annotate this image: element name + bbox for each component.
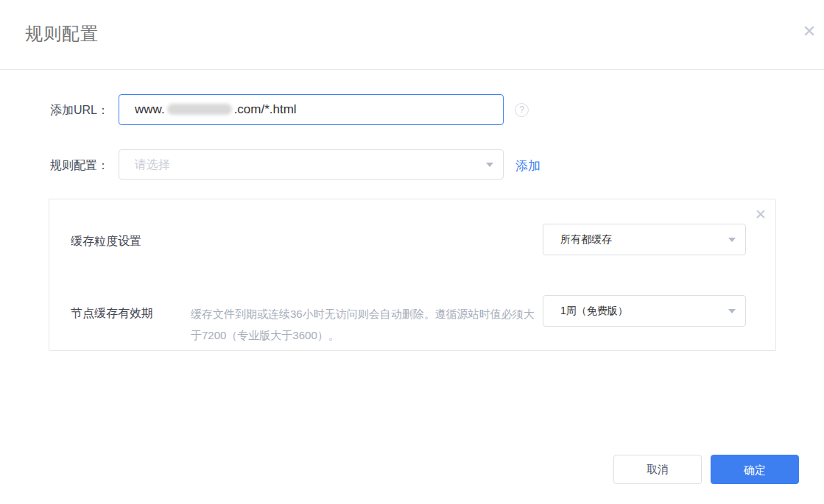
cache-granularity-value: 所有都缓存 [543, 224, 745, 255]
redacted-domain-blur [167, 104, 232, 115]
rule-detail-panel: ✕ 缓存粒度设置 所有都缓存 节点缓存有效期 缓存文件到期或连续36小时无访问则… [49, 199, 776, 351]
url-input[interactable]: www..com/*.html [119, 94, 504, 125]
rule-select-placeholder: 请选择 [119, 150, 503, 179]
node-cache-ttl-value: 1周（免费版） [543, 296, 745, 326]
dialog-title: 规则配置 [25, 22, 99, 46]
url-value-suffix: .com/*.html [234, 102, 297, 116]
close-icon[interactable]: ✕ [800, 22, 819, 41]
header-divider [0, 69, 824, 70]
node-cache-ttl-label: 节点缓存有效期 [71, 306, 153, 322]
panel-close-icon[interactable]: ✕ [753, 207, 769, 223]
cancel-button[interactable]: 取消 [613, 455, 702, 484]
chevron-down-icon [728, 309, 736, 313]
cache-granularity-select[interactable]: 所有都缓存 [543, 224, 746, 255]
chevron-down-icon [486, 163, 493, 167]
help-icon[interactable]: ? [515, 103, 529, 117]
node-cache-ttl-description: 缓存文件到期或连续36小时无访问则会自动删除。遵循源站时值必须大于7200（专业… [191, 303, 540, 346]
url-value-prefix: www. [135, 102, 165, 116]
cache-granularity-label: 缓存粒度设置 [71, 234, 141, 249]
rule-select[interactable]: 请选择 [119, 149, 504, 180]
rule-config-dialog: 规则配置 ✕ 添加URL： www..com/*.html ? 规则配置： 请选… [0, 0, 824, 504]
add-rule-link[interactable]: 添加 [515, 157, 540, 174]
chevron-down-icon [728, 238, 736, 242]
node-cache-ttl-select[interactable]: 1周（免费版） [543, 295, 746, 327]
rule-config-label: 规则配置： [50, 158, 109, 174]
confirm-button[interactable]: 确定 [711, 455, 799, 484]
add-url-label: 添加URL： [50, 103, 109, 118]
